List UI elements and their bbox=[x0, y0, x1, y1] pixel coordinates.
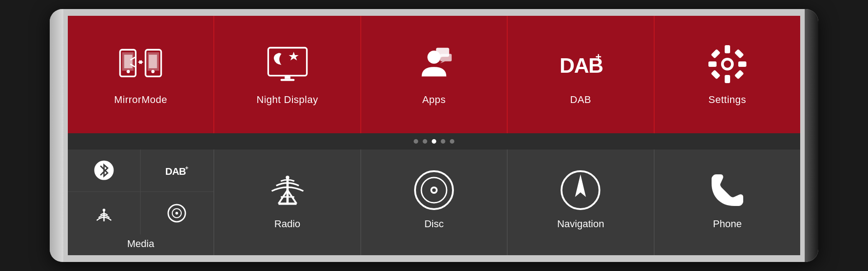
svg-marker-51 bbox=[575, 174, 586, 197]
tile-navigation[interactable]: Navigation bbox=[508, 150, 654, 255]
device-wrapper: MirrorMode bbox=[0, 0, 868, 271]
svg-point-49 bbox=[432, 188, 436, 192]
tile-dab[interactable]: DAB + DAB bbox=[508, 16, 654, 133]
svg-point-22 bbox=[724, 61, 731, 68]
settings-icon bbox=[705, 42, 750, 87]
apps-icon bbox=[411, 42, 457, 87]
svg-point-6 bbox=[127, 70, 130, 73]
dot-2[interactable] bbox=[423, 139, 427, 144]
svg-rect-24 bbox=[725, 75, 730, 83]
disc-icon bbox=[411, 168, 457, 213]
phone-label: Phone bbox=[713, 218, 742, 230]
tile-phone[interactable]: Phone bbox=[655, 150, 800, 255]
svg-text:+: + bbox=[595, 51, 601, 63]
top-tiles-row: MirrorMode bbox=[68, 16, 800, 133]
mirror-mode-label: MirrorMode bbox=[114, 94, 167, 106]
media-cell-radio-small[interactable] bbox=[68, 192, 141, 234]
svg-point-35 bbox=[103, 209, 105, 211]
tile-media: DAB + bbox=[68, 150, 214, 255]
media-cell-dab[interactable]: DAB + bbox=[141, 150, 213, 192]
svg-rect-30 bbox=[734, 70, 744, 79]
tile-night-display[interactable]: Night Display bbox=[214, 16, 361, 133]
navigation-label: Navigation bbox=[557, 218, 604, 230]
svg-marker-18 bbox=[440, 61, 445, 64]
radio-label: Radio bbox=[274, 218, 300, 230]
svg-rect-26 bbox=[738, 61, 746, 67]
dot-1[interactable] bbox=[414, 139, 418, 144]
settings-label: Settings bbox=[708, 94, 746, 106]
dot-5[interactable] bbox=[450, 139, 454, 144]
night-display-label: Night Display bbox=[257, 94, 318, 106]
disc-label: Disc bbox=[425, 218, 444, 230]
svg-rect-17 bbox=[440, 54, 452, 61]
svg-text:+: + bbox=[185, 165, 189, 171]
tile-disc[interactable]: Disc bbox=[361, 150, 508, 255]
svg-rect-10 bbox=[268, 48, 307, 76]
svg-point-7 bbox=[151, 70, 155, 73]
dab-icon: DAB + bbox=[558, 42, 603, 87]
dot-3[interactable] bbox=[432, 139, 436, 144]
svg-rect-23 bbox=[725, 45, 730, 53]
media-grid: DAB + bbox=[68, 150, 213, 234]
navigation-icon bbox=[558, 168, 603, 213]
svg-rect-25 bbox=[708, 61, 717, 67]
dot-4[interactable] bbox=[441, 139, 445, 144]
svg-point-45 bbox=[286, 176, 289, 179]
dab-label: DAB bbox=[570, 94, 591, 106]
svg-rect-27 bbox=[711, 49, 720, 58]
tile-apps[interactable]: Apps bbox=[361, 16, 508, 133]
media-label: Media bbox=[68, 234, 213, 255]
media-cell-disc-small[interactable] bbox=[141, 192, 213, 234]
tile-mirror-mode[interactable]: MirrorMode bbox=[68, 16, 214, 133]
phone-icon bbox=[705, 168, 750, 213]
svg-rect-28 bbox=[734, 49, 744, 58]
svg-rect-12 bbox=[284, 75, 290, 79]
media-cell-bluetooth[interactable] bbox=[68, 150, 141, 192]
screen: MirrorMode bbox=[68, 16, 800, 255]
mirror-mode-icon bbox=[118, 42, 163, 87]
apps-label: Apps bbox=[422, 94, 446, 106]
bottom-tiles-row: DAB + bbox=[68, 150, 800, 255]
svg-text:DAB: DAB bbox=[165, 166, 186, 177]
svg-marker-11 bbox=[288, 52, 298, 61]
radio-tower-icon bbox=[265, 168, 310, 213]
pagination-dots bbox=[68, 133, 800, 150]
svg-rect-29 bbox=[711, 70, 720, 79]
tile-radio[interactable]: Radio bbox=[214, 150, 361, 255]
device-frame: MirrorMode bbox=[50, 9, 818, 262]
svg-point-38 bbox=[175, 212, 178, 215]
svg-rect-13 bbox=[280, 79, 294, 81]
tile-settings[interactable]: Settings bbox=[655, 16, 800, 133]
night-display-icon bbox=[265, 42, 310, 87]
